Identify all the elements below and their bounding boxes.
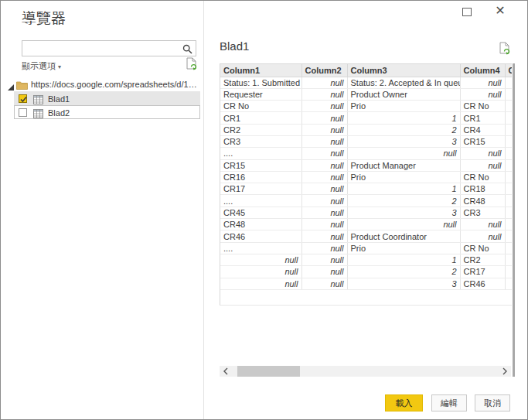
table-cell: Status: 1. Submitted (220, 77, 301, 88)
scroll-left-icon[interactable] (220, 366, 232, 377)
chevron-down-icon: ▾ (58, 63, 61, 70)
table-cell: CR17 (220, 183, 301, 195)
table-row: Status: 1. SubmittednullStatus: 2. Accep… (220, 77, 512, 88)
table-cell: null (220, 278, 301, 289)
table-row: CR1null1CR1 (220, 112, 512, 124)
table-cell (505, 124, 512, 135)
table-cell (505, 254, 512, 265)
column-header: Column5 (505, 64, 512, 77)
table-cell: 1 (347, 183, 460, 195)
table-cell: CR46 (460, 278, 505, 289)
table-cell: null (301, 266, 347, 278)
horizontal-scrollbar[interactable] (220, 366, 511, 377)
table-cell: null (301, 171, 347, 183)
table-cell (505, 88, 512, 100)
table-row: CR16nullPrioCR No (220, 171, 512, 183)
table-cell: CR2 (460, 254, 505, 265)
table-cell: null (460, 77, 505, 88)
table-cell: 2 (347, 266, 460, 278)
page-title: 導覽器 (22, 9, 66, 29)
column-header: Column3 (347, 64, 460, 77)
table-cell: .... (220, 242, 301, 254)
table-cell (505, 230, 512, 242)
blad1-checkbox[interactable] (19, 94, 27, 103)
table-cell: null (460, 230, 505, 242)
close-icon[interactable]: ✕ (493, 4, 507, 18)
table-row: CR15nullProduct Managernull (220, 159, 512, 171)
source-tree: https://docs.google.com/spreadsheets/d/1… (1, 77, 203, 119)
cancel-button[interactable]: 取消 (475, 394, 510, 411)
table-cell (505, 183, 512, 195)
table-row: CR NonullPrioCR No (220, 101, 512, 112)
table-cell (505, 242, 512, 254)
preview-table-container: Column1Column2Column3Column4Column5Statu… (220, 63, 512, 306)
table-row: CR2null2CR4 (220, 124, 512, 135)
search-icon[interactable] (182, 43, 192, 57)
tree-root-source[interactable]: https://docs.google.com/spreadsheets/d/1… (1, 77, 203, 91)
sidebar-item-blad2[interactable]: Blad2 (14, 105, 200, 119)
table-cell: null (301, 195, 347, 207)
maximize-icon[interactable] (462, 8, 472, 16)
table-cell: null (301, 254, 347, 265)
table-cell: CR45 (220, 207, 301, 218)
refresh-icon[interactable] (186, 57, 197, 73)
column-header: Column2 (301, 64, 347, 77)
vertical-scrollbar[interactable] (513, 63, 515, 377)
table-cell (505, 219, 512, 230)
table-cell: null (301, 207, 347, 218)
sidebar-item-label: Blad1 (48, 92, 70, 106)
table-cell: null (301, 242, 347, 254)
table-cell: null (301, 278, 347, 289)
table-cell: CR1 (460, 112, 505, 124)
sidebar-item-blad1[interactable]: Blad1 (14, 91, 200, 105)
table-cell: Requester (220, 88, 301, 100)
scroll-right-icon[interactable] (499, 366, 511, 377)
table-cell: CR17 (460, 266, 505, 278)
table-row: ....nullPrioCR No (220, 242, 512, 254)
table-cell (505, 101, 512, 112)
table-cell (505, 195, 512, 207)
table-cell: CR48 (220, 219, 301, 230)
table-cell: CR No (220, 101, 301, 112)
preview-title: Blad1 (220, 39, 249, 53)
table-cell (505, 159, 512, 171)
table-row: CR17null1CR18 (220, 183, 512, 195)
table-row: CR48nullnullnull (220, 219, 512, 230)
table-cell: 3 (347, 207, 460, 218)
load-button[interactable]: 載入 (385, 394, 423, 411)
table-cell: 2 (347, 195, 460, 207)
table-cell: null (301, 88, 347, 100)
search-input[interactable] (26, 42, 180, 55)
table-cell: CR48 (460, 195, 505, 207)
table-cell: null (301, 159, 347, 171)
refresh-preview-icon[interactable] (499, 42, 510, 58)
table-cell (505, 112, 512, 124)
display-options-dropdown[interactable]: 顯示選項▾ (22, 60, 61, 72)
edit-button[interactable]: 編輯 (431, 394, 467, 411)
table-cell (505, 171, 512, 183)
table-cell (505, 207, 512, 218)
table-cell: Product Manager (347, 159, 460, 171)
table-icon (33, 108, 43, 122)
table-cell: CR3 (220, 135, 301, 147)
table-row: CR45null3CR3 (220, 207, 512, 218)
table-cell: null (460, 148, 505, 159)
column-header: Column4 (460, 64, 505, 77)
table-cell: null (220, 266, 301, 278)
pane-divider (203, 1, 204, 420)
table-row: CR3null3CR15 (220, 135, 512, 147)
table-row: nullnull1CR2 (220, 254, 512, 265)
table-cell: 3 (347, 135, 460, 147)
table-cell: Product Owner (347, 88, 460, 100)
table-cell: CR46 (220, 230, 301, 242)
table-cell: Status: 2. Accepted & In queue (347, 77, 460, 88)
table-cell: CR2 (220, 124, 301, 135)
table-cell: null (301, 148, 347, 159)
table-row: nullnull2CR17 (220, 266, 512, 278)
blad2-checkbox[interactable] (19, 108, 27, 117)
scrollbar-thumb[interactable] (237, 366, 300, 377)
table-cell: CR3 (460, 207, 505, 218)
table-cell: null (301, 124, 347, 135)
column-header: Column1 (220, 64, 301, 77)
table-cell: Product Coordinator (347, 230, 460, 242)
